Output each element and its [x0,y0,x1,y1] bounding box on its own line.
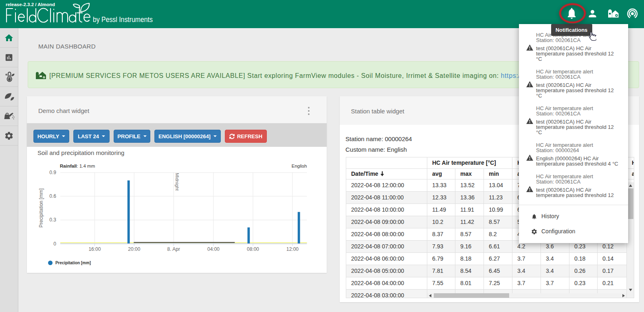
svg-text:Precipitation [mm]: Precipitation [mm] [55,260,91,265]
svg-text:English: English [292,164,307,168]
svg-text:12:00: 12:00 [286,246,299,252]
svg-text:04:00: 04:00 [207,246,220,252]
svg-text:0.3: 0.3 [49,217,56,223]
svg-text:8. Apr: 8. Apr [167,246,180,252]
svg-text:0: 0 [53,241,56,247]
svg-text:08:00: 08:00 [247,246,259,252]
svg-text:0.6: 0.6 [49,193,56,199]
svg-text:0.9: 0.9 [49,170,56,175]
svg-text:Precipitation [mm]: Precipitation [mm] [38,188,44,228]
svg-text:by Pessl Instruments: by Pessl Instruments [93,15,153,24]
svg-text:Rainfall: 1.4 mm: Rainfall: 1.4 mm [60,164,95,168]
svg-text:20:00: 20:00 [128,246,140,252]
svg-text:Midnight: Midnight [175,173,180,191]
svg-text:16:00: 16:00 [88,246,101,252]
